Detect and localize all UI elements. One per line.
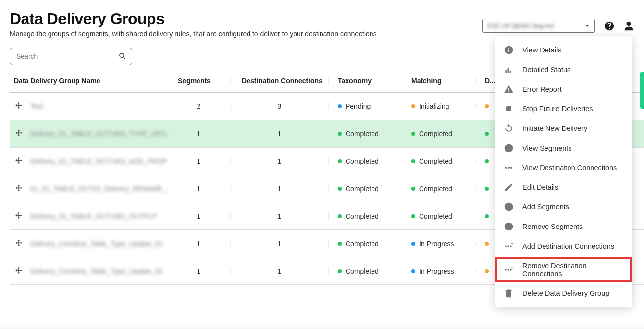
status-dot (338, 159, 342, 163)
col-header-segments[interactable]: Segments (167, 77, 230, 85)
status-dot (411, 159, 415, 163)
status-label: Completed (419, 130, 452, 138)
cell-segments: 1 (167, 157, 230, 165)
menu-item-label: Detailed Status (522, 66, 570, 74)
menu-item-view-destination-connections[interactable]: View Destination Connections (495, 158, 632, 177)
menu-item-label: View Segments (522, 144, 571, 152)
status-label: Pending (346, 102, 371, 110)
drag-handle-icon[interactable] (14, 184, 24, 194)
menu-item-label: Add Segments (522, 203, 569, 211)
row-name: Delivery_02_TABLE_OCT1903_ADD_PROPERTY (30, 157, 167, 165)
linkadd-icon (504, 241, 514, 251)
cell-dest: 1 (230, 267, 328, 275)
status-dot (338, 187, 342, 191)
menu-item-view-details[interactable]: View Details (495, 40, 632, 60)
cell-segments: 1 (167, 267, 230, 275)
menu-item-error-report[interactable]: Error Report (495, 79, 632, 99)
row-name: Delivery_01_TABLE_OCT1904_TYPE_UPDATE_1 (30, 130, 167, 138)
menu-item-label: Error Report (522, 85, 562, 93)
col-header-matching[interactable]: Matching (402, 77, 475, 85)
cell-taxonomy: Completed (329, 240, 402, 248)
row-name: Delivery_Combine_Table_Type_Update_02 (30, 267, 163, 275)
menu-item-detailed-status[interactable]: Detailed Status (495, 60, 632, 79)
drag-handle-icon[interactable] (14, 101, 24, 111)
refresh-icon (504, 124, 514, 133)
drag-handle-icon[interactable] (14, 156, 24, 166)
cell-taxonomy: Completed (329, 267, 402, 275)
status-label: In Progress (419, 240, 454, 248)
cell-taxonomy: Completed (329, 185, 402, 193)
menu-item-label: Remove Destination Connections (522, 262, 623, 278)
status-label: Completed (419, 212, 452, 220)
status-dot (338, 132, 342, 136)
menu-item-add-segments[interactable]: Add Segments (495, 197, 632, 217)
cell-dest: 1 (230, 130, 328, 138)
stop-icon (504, 104, 514, 114)
status-label: Completed (346, 240, 379, 248)
cell-segments: 1 (167, 240, 230, 248)
bottom-shadow (0, 320, 644, 329)
menu-item-label: Remove Segments (522, 223, 583, 230)
pencil-icon (504, 182, 514, 192)
drag-handle-icon[interactable] (14, 129, 24, 139)
search-input[interactable] (15, 52, 118, 61)
status-dot (485, 269, 489, 273)
cell-taxonomy: Completed (329, 130, 402, 138)
menu-item-label: Edit Details (522, 183, 558, 191)
cell-matching: In Progress (402, 240, 475, 248)
status-label: In Progress (419, 267, 454, 275)
menu-item-add-destination-connections[interactable]: Add Destination Connections (495, 236, 632, 256)
search-input-wrapper (10, 48, 132, 65)
col-header-dest[interactable]: Destination Connections (230, 77, 328, 85)
cell-segments: 2 (167, 102, 230, 110)
menu-item-label: Initiate New Delivery (522, 125, 587, 132)
menu-item-remove-segments[interactable]: Remove Segments (495, 217, 632, 236)
menu-item-remove-destination-connections[interactable]: Remove Destination Connections (495, 257, 632, 282)
account-selector-label: E2E LR QENG Seg Act (488, 22, 554, 29)
info-icon (504, 45, 514, 55)
highlight-edge-bar (640, 72, 644, 109)
row-name: Test (30, 102, 43, 110)
context-menu: View DetailsDetailed StatusError ReportS… (495, 36, 632, 307)
menu-item-label: Stop Future Deliveries (522, 105, 593, 113)
status-dot (411, 242, 415, 246)
help-icon[interactable] (604, 21, 615, 31)
menu-item-edit-details[interactable]: Edit Details (495, 177, 632, 197)
status-label: Completed (419, 157, 452, 165)
cell-dest: 1 (230, 212, 328, 220)
drag-handle-icon[interactable] (14, 211, 24, 221)
col-header-name[interactable]: Data Delivery Group Name (10, 77, 167, 85)
menu-item-stop-future-deliveries[interactable]: Stop Future Deliveries (495, 99, 632, 119)
linkdel-icon (504, 265, 514, 275)
col-header-taxonomy[interactable]: Taxonomy (328, 77, 402, 85)
link-icon (504, 163, 514, 173)
pie-icon (504, 143, 514, 153)
account-selector[interactable]: E2E LR QENG Seg Act (482, 19, 595, 33)
status-dot (485, 104, 489, 108)
chevron-down-icon (585, 25, 590, 27)
cell-dest: 3 (230, 102, 328, 110)
status-dot (338, 242, 342, 246)
status-label: Completed (419, 185, 452, 193)
status-label: Initializing (419, 102, 449, 110)
menu-item-label: Add Destination Connections (522, 242, 614, 250)
cell-matching: In Progress (402, 267, 475, 275)
page-title: Data Delivery Groups (10, 10, 482, 28)
pieadd-icon (504, 202, 514, 212)
status-dot (485, 187, 489, 191)
status-dot (485, 159, 489, 163)
row-name: 01_01_TABLE_OCT20_Delivery_RENAME_OUT (30, 185, 167, 193)
menu-item-delete-data-delivery-group[interactable]: Delete Data Delivery Group (495, 283, 632, 303)
drag-handle-icon[interactable] (14, 239, 24, 249)
cell-matching: Completed (402, 185, 475, 193)
menu-item-view-segments[interactable]: View Segments (495, 138, 632, 158)
menu-item-label: View Destination Connections (522, 164, 617, 172)
drag-handle-icon[interactable] (14, 266, 24, 276)
cell-segments: 1 (167, 185, 230, 193)
status-dot (411, 187, 415, 191)
user-icon[interactable] (623, 21, 634, 31)
status-dot (338, 104, 342, 108)
menu-item-initiate-new-delivery[interactable]: Initiate New Delivery (495, 119, 632, 138)
status-dot (411, 104, 415, 108)
status-label: Completed (346, 130, 379, 138)
